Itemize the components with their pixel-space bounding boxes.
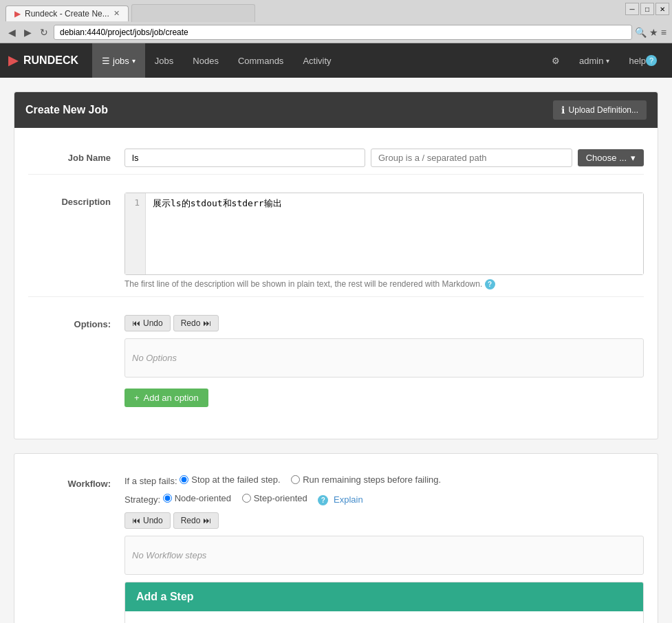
add-step-header: Add a Step	[125, 582, 643, 611]
run-remaining-label[interactable]: Run remaining steps before failing.	[291, 474, 441, 485]
brand-icon: ▶	[8, 53, 18, 68]
gear-icon: ⚙	[552, 56, 560, 66]
job-name-label: Job Name	[28, 149, 124, 163]
tab-close-button[interactable]: ✕	[113, 9, 120, 18]
group-input[interactable]	[371, 149, 572, 167]
line-numbers: 1	[125, 193, 146, 274]
description-editor: 1 展示ls的stdout和stderr输出	[124, 193, 644, 275]
add-step-box: Add a Step Click on a Step type to add.	[124, 582, 644, 623]
options-controls: ⏮ Undo Redo ⏭ No Options +	[124, 315, 644, 407]
stop-at-failed-radio[interactable]	[180, 475, 188, 484]
no-workflow-steps-text: No Workflow steps	[132, 543, 636, 567]
description-group: Description 1 展示ls的stdout和stderr输出 The f…	[28, 186, 644, 297]
workflow-group: Workflow: If a step fails: Stop at the f…	[28, 468, 644, 623]
page-content: Create New Job ℹ Upload Definition... Jo…	[0, 78, 672, 623]
nav-admin[interactable]: admin ▾	[572, 43, 616, 78]
navbar: ▶ RUNDECK ☰ jobs ▾ Jobs Nodes Commands A…	[0, 43, 672, 78]
nav-jobs[interactable]: Jobs	[145, 43, 183, 78]
panel-title: Create New Job	[25, 104, 108, 116]
menu-icon-button[interactable]: ≡	[661, 27, 666, 38]
add-option-button[interactable]: + Add an option	[124, 389, 208, 407]
job-name-row: Choose ... ▾	[124, 149, 644, 167]
step-fail-options: If a step fails: Stop at the failed step…	[124, 474, 644, 486]
nav-right: ⚙ admin ▾ help ?	[545, 43, 664, 78]
admin-dropdown-arrow: ▾	[606, 57, 609, 65]
workflow-label: Workflow:	[28, 474, 124, 489]
options-undo-button[interactable]: ⏮ Undo	[124, 315, 171, 331]
upload-icon: ℹ	[561, 105, 565, 116]
nav-jobs-dropdown[interactable]: ☰ jobs ▾	[92, 43, 145, 78]
step-oriented-radio[interactable]	[242, 494, 251, 503]
choose-button[interactable]: Choose ... ▾	[578, 149, 644, 166]
description-textarea[interactable]: 展示ls的stdout和stderr输出	[146, 193, 643, 274]
node-oriented-label[interactable]: Node-oriented	[163, 493, 231, 503]
nav-help[interactable]: help ?	[622, 43, 664, 78]
back-button[interactable]: ◀	[6, 25, 19, 39]
minimize-button[interactable]: ─	[625, 3, 639, 15]
workflow-redo-icon: ⏭	[203, 516, 211, 525]
help-icon: ?	[646, 55, 657, 66]
jobs-dropdown-arrow: ▾	[132, 57, 136, 65]
address-bar[interactable]	[54, 25, 632, 40]
redo-icon: ⏭	[203, 318, 211, 328]
upload-definition-button[interactable]: ℹ Upload Definition...	[553, 100, 647, 120]
workflow-controls: If a step fails: Stop at the failed step…	[124, 474, 644, 623]
forward-button[interactable]: ▶	[21, 25, 34, 39]
options-redo-button[interactable]: Redo ⏭	[173, 315, 219, 331]
window-controls: ─ □ ✕	[622, 0, 672, 18]
nav-settings[interactable]: ⚙	[545, 43, 567, 78]
stop-at-failed-label[interactable]: Stop at the failed step.	[180, 474, 280, 485]
brand-name: RUNDECK	[23, 54, 78, 67]
tab-title: Rundeck - Create Ne...	[25, 9, 109, 19]
plus-icon: +	[134, 393, 140, 403]
workflow-undo-button[interactable]: ⏮ Undo	[124, 512, 171, 529]
job-name-controls: Choose ... ▾	[124, 149, 644, 167]
maximize-button[interactable]: □	[640, 3, 654, 15]
run-remaining-radio[interactable]	[291, 475, 300, 484]
workflow-panel: Workflow: If a step fails: Stop at the f…	[14, 453, 658, 623]
add-option-wrapper: + Add an option	[124, 383, 644, 407]
nav-commands[interactable]: Commands	[228, 43, 293, 78]
panel-header: Create New Job ℹ Upload Definition...	[14, 92, 658, 128]
add-step-body: Click on a Step type to add.	[125, 611, 643, 623]
search-icon-button[interactable]: 🔍	[635, 27, 647, 38]
choose-dropdown-arrow: ▾	[631, 153, 636, 163]
tab-favicon: ▶	[14, 9, 21, 19]
job-name-group: Job Name Choose ... ▾	[28, 142, 644, 175]
refresh-button[interactable]: ↻	[37, 25, 51, 39]
description-help-icon[interactable]: ?	[485, 279, 495, 289]
workflow-redo-button[interactable]: Redo ⏭	[173, 512, 219, 529]
job-name-input[interactable]	[124, 149, 365, 167]
browser-titlebar: ▶ Rundeck - Create Ne... ✕	[0, 0, 672, 22]
browser-toolbar: ◀ ▶ ↻ 🔍 ★ ≡ ─ □ ✕	[0, 22, 672, 43]
description-hint: The first line of the description will b…	[124, 279, 644, 289]
options-label: Options:	[28, 315, 124, 329]
panel-body: Job Name Choose ... ▾ Description	[14, 128, 658, 439]
description-controls: 1 展示ls的stdout和stderr输出 The first line of…	[124, 193, 644, 289]
options-toolbar: ⏮ Undo Redo ⏭	[124, 315, 644, 331]
jobs-icon: ☰	[102, 56, 110, 66]
bookmark-icon-button[interactable]: ★	[649, 27, 658, 38]
browser-icons: 🔍 ★ ≡	[635, 27, 666, 38]
workflow-undo-icon: ⏮	[132, 516, 140, 525]
workflow-panel-body: Workflow: If a step fails: Stop at the f…	[14, 454, 658, 623]
undo-icon: ⏮	[132, 318, 140, 328]
browser-chrome: ▶ Rundeck - Create Ne... ✕ ◀ ▶ ↻ 🔍 ★ ≡ ─…	[0, 0, 672, 43]
description-label: Description	[28, 193, 124, 207]
workflow-area: No Workflow steps	[124, 536, 644, 575]
strategy-options: Strategy: Node-oriented Step-oriented ? …	[124, 493, 644, 505]
no-options-text: No Options	[132, 346, 636, 370]
node-oriented-radio[interactable]	[163, 494, 172, 503]
strategy-help-icon[interactable]: ?	[318, 495, 328, 505]
nav-activity[interactable]: Activity	[293, 43, 340, 78]
create-job-panel: Create New Job ℹ Upload Definition... Jo…	[14, 91, 658, 439]
options-group: Options: ⏮ Undo Redo ⏭ No Options	[28, 308, 644, 414]
explain-link[interactable]: Explain	[334, 494, 363, 505]
brand[interactable]: ▶ RUNDECK	[8, 53, 78, 68]
close-window-button[interactable]: ✕	[655, 3, 669, 15]
navbar-nav: ☰ jobs ▾ Jobs Nodes Commands Activity	[92, 43, 545, 78]
browser-tab[interactable]: ▶ Rundeck - Create Ne... ✕	[6, 6, 129, 21]
options-area: No Options	[124, 338, 644, 378]
step-oriented-label[interactable]: Step-oriented	[242, 493, 307, 503]
nav-nodes[interactable]: Nodes	[183, 43, 228, 78]
